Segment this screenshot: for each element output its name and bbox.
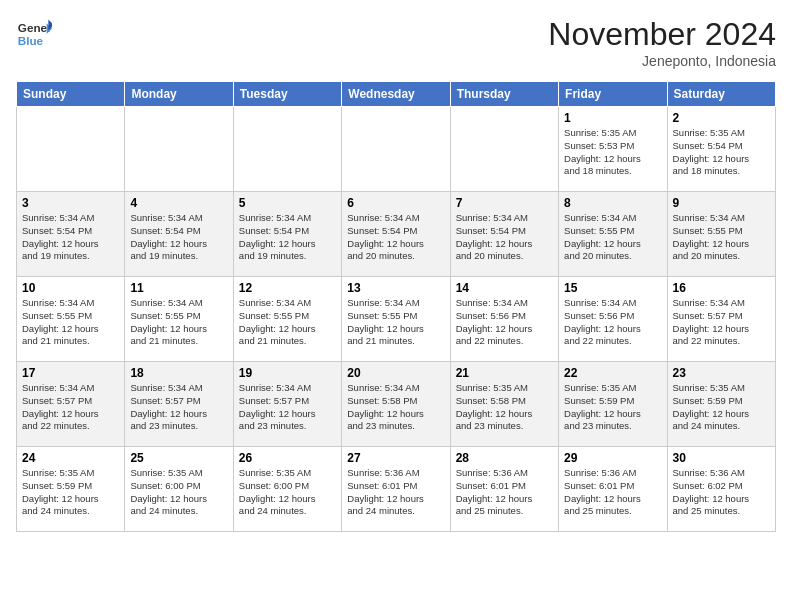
location-title: Jeneponto, Indonesia bbox=[548, 53, 776, 69]
day-number: 18 bbox=[130, 366, 227, 380]
day-cell: 14Sunrise: 5:34 AM Sunset: 5:56 PM Dayli… bbox=[450, 277, 558, 362]
day-cell: 21Sunrise: 5:35 AM Sunset: 5:58 PM Dayli… bbox=[450, 362, 558, 447]
day-number: 30 bbox=[673, 451, 770, 465]
day-cell: 12Sunrise: 5:34 AM Sunset: 5:55 PM Dayli… bbox=[233, 277, 341, 362]
day-info: Sunrise: 5:35 AM Sunset: 5:59 PM Dayligh… bbox=[564, 382, 661, 433]
day-number: 16 bbox=[673, 281, 770, 295]
day-info: Sunrise: 5:34 AM Sunset: 5:55 PM Dayligh… bbox=[130, 297, 227, 348]
day-cell: 23Sunrise: 5:35 AM Sunset: 5:59 PM Dayli… bbox=[667, 362, 775, 447]
day-cell: 7Sunrise: 5:34 AM Sunset: 5:54 PM Daylig… bbox=[450, 192, 558, 277]
day-number: 24 bbox=[22, 451, 119, 465]
day-cell: 13Sunrise: 5:34 AM Sunset: 5:55 PM Dayli… bbox=[342, 277, 450, 362]
day-info: Sunrise: 5:35 AM Sunset: 5:53 PM Dayligh… bbox=[564, 127, 661, 178]
logo-icon: General Blue bbox=[16, 16, 52, 52]
day-info: Sunrise: 5:34 AM Sunset: 5:54 PM Dayligh… bbox=[456, 212, 553, 263]
day-number: 9 bbox=[673, 196, 770, 210]
day-number: 12 bbox=[239, 281, 336, 295]
day-info: Sunrise: 5:35 AM Sunset: 5:59 PM Dayligh… bbox=[22, 467, 119, 518]
day-cell: 26Sunrise: 5:35 AM Sunset: 6:00 PM Dayli… bbox=[233, 447, 341, 532]
day-number: 13 bbox=[347, 281, 444, 295]
day-cell: 27Sunrise: 5:36 AM Sunset: 6:01 PM Dayli… bbox=[342, 447, 450, 532]
day-cell bbox=[125, 107, 233, 192]
day-cell: 9Sunrise: 5:34 AM Sunset: 5:55 PM Daylig… bbox=[667, 192, 775, 277]
day-cell: 30Sunrise: 5:36 AM Sunset: 6:02 PM Dayli… bbox=[667, 447, 775, 532]
day-cell: 11Sunrise: 5:34 AM Sunset: 5:55 PM Dayli… bbox=[125, 277, 233, 362]
day-cell: 25Sunrise: 5:35 AM Sunset: 6:00 PM Dayli… bbox=[125, 447, 233, 532]
day-info: Sunrise: 5:34 AM Sunset: 5:57 PM Dayligh… bbox=[130, 382, 227, 433]
day-cell: 20Sunrise: 5:34 AM Sunset: 5:58 PM Dayli… bbox=[342, 362, 450, 447]
weekday-header-thursday: Thursday bbox=[450, 82, 558, 107]
day-number: 2 bbox=[673, 111, 770, 125]
day-number: 7 bbox=[456, 196, 553, 210]
day-number: 4 bbox=[130, 196, 227, 210]
day-number: 3 bbox=[22, 196, 119, 210]
day-number: 21 bbox=[456, 366, 553, 380]
day-cell: 4Sunrise: 5:34 AM Sunset: 5:54 PM Daylig… bbox=[125, 192, 233, 277]
day-info: Sunrise: 5:34 AM Sunset: 5:54 PM Dayligh… bbox=[347, 212, 444, 263]
week-row-3: 10Sunrise: 5:34 AM Sunset: 5:55 PM Dayli… bbox=[17, 277, 776, 362]
day-number: 17 bbox=[22, 366, 119, 380]
day-info: Sunrise: 5:34 AM Sunset: 5:57 PM Dayligh… bbox=[239, 382, 336, 433]
weekday-header-monday: Monday bbox=[125, 82, 233, 107]
day-number: 19 bbox=[239, 366, 336, 380]
day-number: 8 bbox=[564, 196, 661, 210]
day-info: Sunrise: 5:34 AM Sunset: 5:55 PM Dayligh… bbox=[564, 212, 661, 263]
day-info: Sunrise: 5:34 AM Sunset: 5:54 PM Dayligh… bbox=[130, 212, 227, 263]
day-cell: 28Sunrise: 5:36 AM Sunset: 6:01 PM Dayli… bbox=[450, 447, 558, 532]
day-info: Sunrise: 5:35 AM Sunset: 6:00 PM Dayligh… bbox=[130, 467, 227, 518]
day-number: 14 bbox=[456, 281, 553, 295]
page-header: General Blue November 2024 Jeneponto, In… bbox=[16, 16, 776, 69]
day-info: Sunrise: 5:34 AM Sunset: 5:54 PM Dayligh… bbox=[22, 212, 119, 263]
day-cell: 24Sunrise: 5:35 AM Sunset: 5:59 PM Dayli… bbox=[17, 447, 125, 532]
day-cell: 22Sunrise: 5:35 AM Sunset: 5:59 PM Dayli… bbox=[559, 362, 667, 447]
day-info: Sunrise: 5:34 AM Sunset: 5:56 PM Dayligh… bbox=[456, 297, 553, 348]
day-number: 6 bbox=[347, 196, 444, 210]
day-number: 25 bbox=[130, 451, 227, 465]
month-title: November 2024 bbox=[548, 16, 776, 53]
day-info: Sunrise: 5:36 AM Sunset: 6:01 PM Dayligh… bbox=[347, 467, 444, 518]
day-cell: 16Sunrise: 5:34 AM Sunset: 5:57 PM Dayli… bbox=[667, 277, 775, 362]
day-number: 27 bbox=[347, 451, 444, 465]
day-cell: 6Sunrise: 5:34 AM Sunset: 5:54 PM Daylig… bbox=[342, 192, 450, 277]
day-number: 28 bbox=[456, 451, 553, 465]
day-info: Sunrise: 5:34 AM Sunset: 5:54 PM Dayligh… bbox=[239, 212, 336, 263]
day-cell bbox=[342, 107, 450, 192]
weekday-header-sunday: Sunday bbox=[17, 82, 125, 107]
day-info: Sunrise: 5:36 AM Sunset: 6:01 PM Dayligh… bbox=[564, 467, 661, 518]
day-info: Sunrise: 5:34 AM Sunset: 5:55 PM Dayligh… bbox=[673, 212, 770, 263]
day-number: 5 bbox=[239, 196, 336, 210]
day-cell: 18Sunrise: 5:34 AM Sunset: 5:57 PM Dayli… bbox=[125, 362, 233, 447]
day-number: 15 bbox=[564, 281, 661, 295]
day-info: Sunrise: 5:34 AM Sunset: 5:55 PM Dayligh… bbox=[22, 297, 119, 348]
day-cell: 1Sunrise: 5:35 AM Sunset: 5:53 PM Daylig… bbox=[559, 107, 667, 192]
weekday-header-friday: Friday bbox=[559, 82, 667, 107]
day-number: 22 bbox=[564, 366, 661, 380]
day-cell: 5Sunrise: 5:34 AM Sunset: 5:54 PM Daylig… bbox=[233, 192, 341, 277]
day-number: 20 bbox=[347, 366, 444, 380]
week-row-5: 24Sunrise: 5:35 AM Sunset: 5:59 PM Dayli… bbox=[17, 447, 776, 532]
day-info: Sunrise: 5:34 AM Sunset: 5:55 PM Dayligh… bbox=[347, 297, 444, 348]
day-number: 23 bbox=[673, 366, 770, 380]
day-cell bbox=[233, 107, 341, 192]
day-info: Sunrise: 5:35 AM Sunset: 6:00 PM Dayligh… bbox=[239, 467, 336, 518]
logo: General Blue bbox=[16, 16, 52, 52]
day-info: Sunrise: 5:34 AM Sunset: 5:57 PM Dayligh… bbox=[22, 382, 119, 433]
day-cell: 19Sunrise: 5:34 AM Sunset: 5:57 PM Dayli… bbox=[233, 362, 341, 447]
weekday-header-wednesday: Wednesday bbox=[342, 82, 450, 107]
week-row-1: 1Sunrise: 5:35 AM Sunset: 5:53 PM Daylig… bbox=[17, 107, 776, 192]
week-row-4: 17Sunrise: 5:34 AM Sunset: 5:57 PM Dayli… bbox=[17, 362, 776, 447]
weekday-header-tuesday: Tuesday bbox=[233, 82, 341, 107]
day-info: Sunrise: 5:35 AM Sunset: 5:54 PM Dayligh… bbox=[673, 127, 770, 178]
day-cell: 15Sunrise: 5:34 AM Sunset: 5:56 PM Dayli… bbox=[559, 277, 667, 362]
day-cell: 17Sunrise: 5:34 AM Sunset: 5:57 PM Dayli… bbox=[17, 362, 125, 447]
day-number: 10 bbox=[22, 281, 119, 295]
day-info: Sunrise: 5:35 AM Sunset: 5:59 PM Dayligh… bbox=[673, 382, 770, 433]
day-info: Sunrise: 5:34 AM Sunset: 5:55 PM Dayligh… bbox=[239, 297, 336, 348]
weekday-header-row: SundayMondayTuesdayWednesdayThursdayFrid… bbox=[17, 82, 776, 107]
day-cell: 29Sunrise: 5:36 AM Sunset: 6:01 PM Dayli… bbox=[559, 447, 667, 532]
day-cell: 10Sunrise: 5:34 AM Sunset: 5:55 PM Dayli… bbox=[17, 277, 125, 362]
calendar-table: SundayMondayTuesdayWednesdayThursdayFrid… bbox=[16, 81, 776, 532]
day-info: Sunrise: 5:34 AM Sunset: 5:58 PM Dayligh… bbox=[347, 382, 444, 433]
day-info: Sunrise: 5:34 AM Sunset: 5:56 PM Dayligh… bbox=[564, 297, 661, 348]
weekday-header-saturday: Saturday bbox=[667, 82, 775, 107]
